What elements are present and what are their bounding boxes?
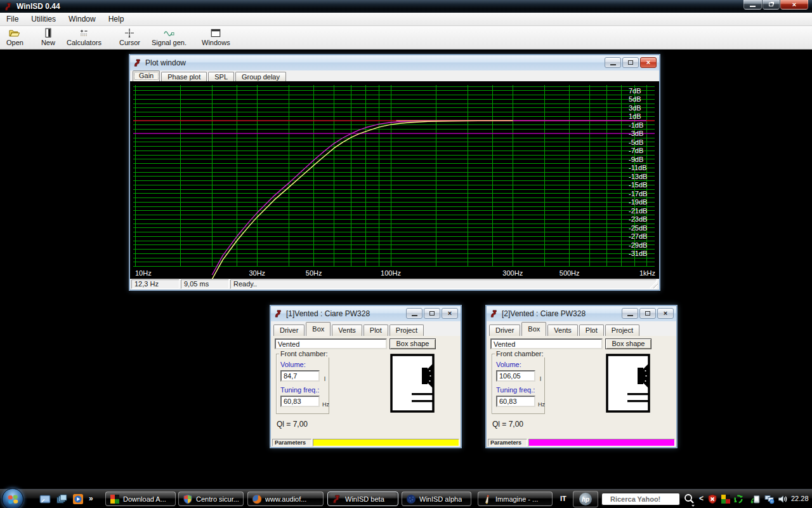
project-color-stripe (528, 439, 675, 446)
minimize-button[interactable] (743, 0, 762, 10)
box-cross-section-diagram (390, 354, 435, 413)
start-button[interactable] (2, 488, 23, 508)
tab-vents[interactable]: Vents (547, 324, 578, 336)
ql-value: Ql = 7,00 (277, 420, 308, 429)
taskbar-button-download-a[interactable]: Download A... (105, 491, 176, 506)
close-button[interactable]: × (657, 308, 674, 319)
tuning-freq-unit: Hz (538, 401, 545, 408)
plot-window-titlebar[interactable]: Plot window × (130, 55, 659, 70)
project-window-title: [2]Vented : Ciare PW328 (502, 309, 586, 318)
parameters-panel: Parameters (488, 439, 527, 446)
tab-spl[interactable]: SPL (208, 72, 234, 81)
download-tray-icon[interactable] (721, 494, 731, 504)
box-shape-button[interactable]: Box shape (390, 338, 436, 349)
winisd-icon (274, 309, 283, 318)
project-tab-strip: DriverBoxVentsPlotProject (489, 321, 676, 336)
volume-input[interactable]: 84,7 (280, 370, 320, 382)
box-type-field[interactable]: Vented (275, 338, 387, 349)
tab-driver[interactable]: Driver (489, 324, 520, 336)
cursor-frequency-readout: 12,3 Hz (131, 279, 180, 289)
taskbar-button-winisd-beta[interactable]: WinISD beta (327, 491, 398, 506)
quick-launch-overflow-chevron[interactable]: » (89, 494, 93, 503)
toolbar-calculators-button[interactable]: Calculators (67, 26, 102, 46)
flip3d-icon[interactable] (56, 493, 67, 505)
updater-icon[interactable] (733, 494, 743, 504)
taskbar: » IT hp Ricerca Yahoo! < 22.28 Download … (0, 489, 812, 508)
main-window-titlebar[interactable]: WinISD 0.44 × (0, 0, 812, 13)
close-button[interactable]: × (780, 0, 808, 10)
box-shape-button[interactable]: Box shape (605, 338, 652, 349)
search-magnifier-icon[interactable] (683, 493, 696, 507)
db-axis-label: -31dB (629, 250, 658, 257)
tuning-freq-input[interactable]: 60,83 (496, 396, 535, 407)
taskbar-button-immagine[interactable]: Immagine - ... (478, 491, 553, 506)
winisd-icon (490, 309, 499, 318)
network-icon[interactable] (764, 494, 775, 504)
taskbar-button-www-audiof[interactable]: www.audiof... (247, 491, 324, 506)
toolbar-new-button[interactable]: New (41, 26, 55, 46)
yahoo-search-input[interactable]: Ricerca Yahoo! (601, 493, 680, 505)
project-window-titlebar[interactable]: [1]Vented : Ciare PW328 × (271, 306, 461, 321)
tuning-freq-input[interactable]: 60,83 (280, 396, 320, 407)
close-button[interactable]: × (640, 57, 657, 68)
box-type-field[interactable]: Vented (490, 338, 603, 349)
menu-item-utilities[interactable]: Utilities (25, 13, 62, 25)
menu-item-file[interactable]: File (0, 13, 25, 25)
show-desktop-icon[interactable] (39, 493, 51, 505)
taskbar-button-centro-sicur[interactable]: Centro sicur... (178, 491, 244, 506)
db-axis-label: -1dB (629, 121, 658, 129)
image-viewer-icon (482, 494, 492, 504)
minimize-button[interactable] (406, 308, 422, 319)
project-window-2: [2]Vented : Ciare PW328 × DriverBoxVents… (485, 305, 678, 448)
toolbar: OpenNewCalculatorsCursorSignal gen.Windo… (0, 26, 812, 50)
maximize-button[interactable] (622, 57, 639, 68)
language-indicator[interactable]: IT (560, 495, 566, 502)
tab-plot[interactable]: Plot (579, 324, 604, 336)
frequency-axis-label: 500Hz (554, 269, 586, 277)
maximize-button[interactable] (424, 308, 440, 319)
toolbar-label: Signal gen. (152, 39, 187, 46)
taskbar-clock[interactable]: 22.28 (791, 495, 809, 502)
toolbar-cursor-button[interactable]: Cursor (119, 26, 140, 46)
tab-box[interactable]: Box (306, 322, 331, 336)
mdi-area: Plot window × GainPhase plotSPLGroup del… (0, 50, 812, 489)
frequency-axis-label: 1kHz (635, 269, 655, 277)
tab-phase-plot[interactable]: Phase plot (161, 72, 207, 81)
menu-item-window[interactable]: Window (62, 13, 102, 25)
tab-group-delay[interactable]: Group delay (235, 72, 286, 81)
taskbar-button-winisd-alpha[interactable]: WinISD alpha (402, 491, 471, 506)
tab-project[interactable]: Project (390, 324, 424, 336)
plot-status-bar: 12,3 Hz 9,05 ms Ready.. (130, 279, 659, 290)
restore-button[interactable] (763, 0, 780, 10)
menu-item-help[interactable]: Help (102, 13, 131, 25)
tab-driver[interactable]: Driver (273, 324, 304, 336)
close-button[interactable]: × (442, 308, 458, 319)
tray-collapse-chevron[interactable]: < (699, 494, 704, 503)
media-player-icon[interactable] (72, 493, 84, 505)
toolbar-open-button[interactable]: Open (6, 26, 23, 46)
maximize-button[interactable] (639, 308, 656, 319)
frequency-axis-label: 30Hz (241, 269, 273, 277)
tab-project[interactable]: Project (605, 324, 639, 336)
volume-icon[interactable] (778, 494, 788, 504)
tab-box[interactable]: Box (521, 322, 546, 336)
status-message: Ready.. (230, 279, 657, 289)
toolbar-windows-button[interactable]: Windows (202, 26, 230, 46)
minimize-button[interactable] (605, 57, 621, 68)
main-window-title: WinISD 0.44 (16, 2, 60, 11)
tab-plot[interactable]: Plot (363, 324, 388, 336)
frequency-axis-label: 100Hz (375, 269, 407, 277)
minimize-button[interactable] (622, 308, 638, 319)
plot-window-title: Plot window (145, 58, 186, 67)
tab-vents[interactable]: Vents (332, 324, 362, 336)
windows-list-icon (210, 28, 221, 38)
tab-gain[interactable]: Gain (133, 70, 160, 81)
project-window-titlebar[interactable]: [2]Vented : Ciare PW328 × (487, 306, 676, 321)
gain-plot: 7dB5dB3dB1dB-1dB-3dB-5dB-7dB-9dB-11dB-13… (130, 81, 659, 279)
frequency-axis-label: 50Hz (298, 269, 330, 277)
usb-device-icon[interactable] (750, 494, 761, 504)
security-alert-icon[interactable] (707, 494, 717, 504)
volume-input[interactable]: 106,05 (496, 370, 535, 382)
toolbar-signal-gen-button[interactable]: Signal gen. (152, 26, 187, 46)
hp-button[interactable]: hp (573, 491, 598, 507)
